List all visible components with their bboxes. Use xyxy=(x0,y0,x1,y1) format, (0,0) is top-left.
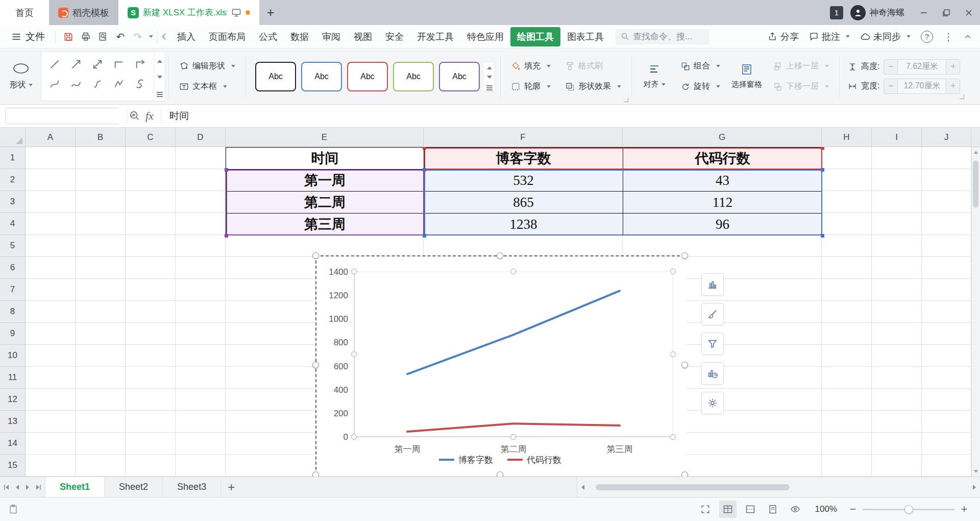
height-increase-button[interactable]: + xyxy=(946,61,960,72)
sheet-tab-Sheet2[interactable]: Sheet2 xyxy=(105,477,163,497)
save-button[interactable] xyxy=(60,29,77,45)
zoom-out-button[interactable]: − xyxy=(845,503,861,516)
scroll-right-button[interactable] xyxy=(969,485,980,490)
table-cell-r1c1[interactable]: 时间 xyxy=(226,148,424,170)
page-layout-view-button[interactable] xyxy=(764,501,781,518)
vertical-scroll-thumb[interactable] xyxy=(973,160,978,207)
sheet-tab-Sheet1[interactable]: Sheet1 xyxy=(45,477,105,497)
height-value[interactable]: 7.62厘米 xyxy=(897,60,946,74)
row-header-2[interactable]: 2 xyxy=(0,169,25,191)
row-header-12[interactable]: 12 xyxy=(0,389,25,411)
group-button[interactable]: 组合 xyxy=(677,58,724,75)
row-header-1[interactable]: 1 xyxy=(0,147,25,169)
print-preview-button[interactable] xyxy=(94,29,112,45)
table-cell-r2c3[interactable]: 43 xyxy=(623,170,822,192)
elbow-arrow-connector-icon[interactable] xyxy=(130,56,151,73)
menu-tab-1[interactable]: 插入 xyxy=(170,27,202,46)
row-header-8[interactable]: 8 xyxy=(0,301,25,323)
docer-template-tab[interactable]: 稻壳模板 xyxy=(49,0,118,25)
close-button[interactable] xyxy=(958,0,980,25)
rotate-button[interactable]: 旋转 xyxy=(677,79,724,95)
chart-resize-handle[interactable] xyxy=(312,252,319,259)
table-cell-r1c3[interactable]: 代码行数 xyxy=(623,148,822,170)
cells-area[interactable]: 时间博客字数代码行数第一周53243第二周865112第三周123896 020… xyxy=(26,147,971,477)
menu-tab-6[interactable]: 视图 xyxy=(347,27,379,46)
double-arrow-shape-icon[interactable] xyxy=(87,56,108,73)
chart-settings-button[interactable] xyxy=(701,392,724,414)
column-header-B[interactable]: B xyxy=(76,128,126,147)
edit-shape-button[interactable]: 编辑形状 xyxy=(175,58,239,75)
redo-button[interactable]: ↷ xyxy=(129,29,146,45)
menu-tab-2[interactable]: 页面布局 xyxy=(202,27,252,46)
align-button[interactable]: 对齐 xyxy=(635,52,674,101)
chart-resize-handle[interactable] xyxy=(681,471,688,477)
command-search[interactable]: 查找命令、搜... xyxy=(616,29,709,44)
menu-tab-5[interactable]: 审阅 xyxy=(315,27,347,46)
row-header-14[interactable]: 14 xyxy=(0,433,25,455)
column-header-G[interactable]: G xyxy=(623,128,822,147)
elbow-connector-icon[interactable] xyxy=(109,56,129,73)
style-gallery-down-button[interactable] xyxy=(487,72,492,81)
height-decrease-button[interactable]: − xyxy=(884,61,897,72)
curved-connector-icon[interactable] xyxy=(44,76,65,92)
new-tab-button[interactable]: + xyxy=(259,0,282,25)
outline-button[interactable]: 轮廓 xyxy=(507,79,555,95)
row-header-6[interactable]: 6 xyxy=(0,257,25,279)
sync-status-button[interactable]: 未同步 xyxy=(860,31,911,43)
collapse-ribbon-button[interactable] xyxy=(964,33,972,41)
style-gallery-up-button[interactable] xyxy=(487,62,492,72)
width-value[interactable]: 12.70厘米 xyxy=(897,79,946,93)
help-button[interactable]: ? xyxy=(921,31,933,43)
add-sheet-button[interactable]: + xyxy=(221,477,241,497)
fullscreen-button[interactable] xyxy=(697,501,714,518)
scroll-down-button[interactable] xyxy=(972,466,980,477)
menu-tab-11[interactable]: 图表工具 xyxy=(560,27,610,46)
name-box-input[interactable] xyxy=(6,108,127,124)
column-header-E[interactable]: E xyxy=(226,128,424,147)
chart-style-button[interactable] xyxy=(701,303,724,325)
s-curve-shape-icon[interactable] xyxy=(87,76,108,92)
table-cell-r4c1[interactable]: 第三周 xyxy=(226,214,424,235)
selection-pane-button[interactable]: 选择窗格 xyxy=(727,52,766,101)
scroll-left-button[interactable] xyxy=(577,485,589,490)
table-cell-r4c2[interactable]: 1238 xyxy=(424,214,623,235)
table-cell-r2c1[interactable]: 第一周 xyxy=(226,170,424,192)
column-header-C[interactable]: C xyxy=(126,128,176,147)
table-cell-r2c2[interactable]: 532 xyxy=(424,170,623,192)
undo-button[interactable]: ↶ xyxy=(112,29,129,45)
zoom-in-button[interactable]: + xyxy=(957,503,972,516)
chart-resize-handle[interactable] xyxy=(681,252,688,259)
bring-forward-button[interactable]: 上移一层 xyxy=(769,58,833,75)
column-header-J[interactable]: J xyxy=(922,128,971,147)
fx-icon[interactable]: fx xyxy=(145,109,154,123)
shape-gallery-more-button[interactable] xyxy=(157,88,163,97)
first-sheet-button[interactable] xyxy=(4,485,9,490)
style-preset-2[interactable]: Abc xyxy=(301,62,342,91)
notification-badge[interactable]: 1 xyxy=(830,6,843,19)
formula-content[interactable]: 时间 xyxy=(169,109,189,123)
menu-tab-9[interactable]: 特色应用 xyxy=(460,27,510,46)
row-header-11[interactable]: 11 xyxy=(0,367,25,389)
row-header-5[interactable]: 5 xyxy=(0,235,25,257)
chevron-left-icon[interactable] xyxy=(162,33,168,40)
horizontal-scroll-thumb[interactable] xyxy=(596,484,790,490)
vertical-scrollbar[interactable] xyxy=(971,147,980,477)
last-sheet-button[interactable] xyxy=(36,485,41,490)
normal-view-button[interactable] xyxy=(719,501,737,518)
insert-function-icon[interactable] xyxy=(129,110,140,122)
chart-resize-handle[interactable] xyxy=(497,471,503,477)
sheet-tab-Sheet3[interactable]: Sheet3 xyxy=(163,477,221,497)
page-break-view-button[interactable] xyxy=(742,501,759,518)
horizontal-scrollbar[interactable] xyxy=(577,477,980,497)
table-cell-r3c3[interactable]: 112 xyxy=(623,192,822,214)
chart-resize-handle[interactable] xyxy=(681,362,688,368)
style-preset-5[interactable]: Abc xyxy=(439,62,480,91)
row-header-10[interactable]: 10 xyxy=(0,345,25,367)
chart-resize-handle[interactable] xyxy=(497,252,503,259)
scribble-shape-icon[interactable] xyxy=(130,76,151,92)
style-gallery-more-button[interactable] xyxy=(486,81,493,90)
row-header-7[interactable]: 7 xyxy=(0,279,25,301)
curve-shape-icon[interactable] xyxy=(66,76,86,92)
arrow-shape-icon[interactable] xyxy=(66,56,86,73)
shape-effects-button[interactable]: 形状效果 xyxy=(561,79,625,95)
